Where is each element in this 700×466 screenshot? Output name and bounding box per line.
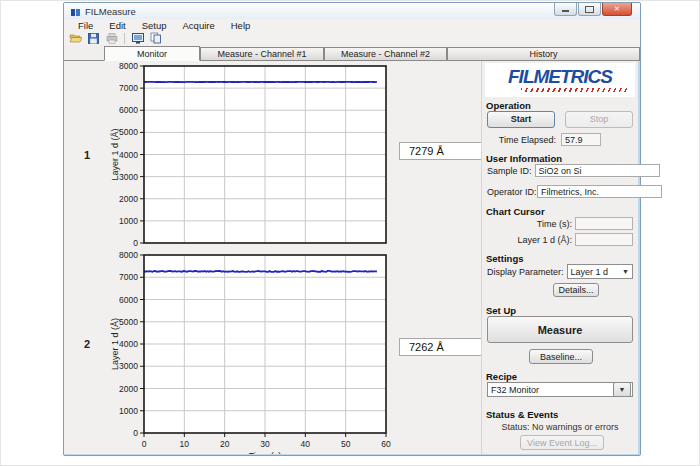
chart-cursor-section-title: Chart Cursor xyxy=(486,206,545,217)
filmetrics-logo-text: FILMETRICS xyxy=(485,66,635,88)
snapshot-button[interactable] xyxy=(130,32,145,45)
svg-text:5000: 5000 xyxy=(119,127,138,137)
tab-history[interactable]: History xyxy=(447,47,640,60)
print-button[interactable] xyxy=(104,32,119,45)
svg-text:0: 0 xyxy=(142,439,147,449)
toolbar xyxy=(64,31,640,45)
window-controls: ✕ xyxy=(554,3,632,16)
svg-text:Layer 1 d (Å): Layer 1 d (Å) xyxy=(110,318,120,370)
time-elapsed-label: Time Elapsed: xyxy=(487,135,558,145)
svg-text:30: 30 xyxy=(260,439,270,449)
svg-text:8000: 8000 xyxy=(119,251,138,260)
recipe-dropdown[interactable]: F32 Monitor ▼ xyxy=(487,382,633,397)
minimize-icon xyxy=(562,10,569,12)
svg-text:6000: 6000 xyxy=(119,295,138,305)
snapshot-icon xyxy=(132,33,144,44)
svg-text:4000: 4000 xyxy=(119,339,138,349)
title-bar[interactable]: FILMeasure ✕ xyxy=(64,3,640,19)
filmeasure-window: FILMeasure ✕ File Edit Setup Acquire Hel… xyxy=(63,2,641,456)
chart-panel: 010002000300040005000600070008000Layer 1… xyxy=(64,61,481,454)
svg-text:50: 50 xyxy=(341,439,351,449)
svg-text:40: 40 xyxy=(301,439,311,449)
svg-text:1000: 1000 xyxy=(119,406,138,416)
user-information-section-title: User Information xyxy=(486,153,562,164)
chevron-down-icon: ▼ xyxy=(619,386,626,393)
close-icon: ✕ xyxy=(614,5,620,13)
setup-section-title: Set Up xyxy=(486,305,516,316)
open-folder-icon xyxy=(69,33,82,44)
svg-text:5000: 5000 xyxy=(119,317,138,327)
recipe-dropdown-button[interactable]: ▼ xyxy=(613,382,631,397)
status-message: Status: No warnings or errors xyxy=(482,422,638,432)
menu-file[interactable]: File xyxy=(70,20,101,31)
recipe-section-title: Recipe xyxy=(486,371,517,382)
tab-measure-channel-1[interactable]: Measure - Channel #1 xyxy=(200,47,324,60)
filmetrics-logo-hatch xyxy=(521,88,629,92)
toolbar-separator xyxy=(124,33,125,44)
svg-text:7000: 7000 xyxy=(119,272,138,282)
save-button[interactable] xyxy=(86,32,101,45)
svg-text:0: 0 xyxy=(133,428,138,438)
svg-text:20: 20 xyxy=(220,439,230,449)
operator-id-label: Operator ID: xyxy=(487,187,534,197)
cursor-time-label: Time (s): xyxy=(487,219,572,229)
start-button[interactable]: Start xyxy=(487,111,555,128)
svg-text:2000: 2000 xyxy=(119,194,138,204)
display-parameter-dropdown[interactable]: Layer 1 d ▼ xyxy=(567,264,633,279)
svg-text:1000: 1000 xyxy=(119,216,138,226)
stop-button[interactable]: Stop xyxy=(565,111,633,128)
copy-icon xyxy=(150,32,162,44)
copy-button[interactable] xyxy=(148,32,163,45)
settings-section-title: Settings xyxy=(486,253,523,264)
cursor-layer-field xyxy=(575,233,633,246)
svg-text:2: 2 xyxy=(84,338,90,350)
save-icon xyxy=(88,33,99,44)
filmetrics-logo: FILMETRICS xyxy=(485,63,635,97)
svg-text:2000: 2000 xyxy=(119,384,138,394)
status-section-title: Status & Events xyxy=(486,409,558,420)
svg-text:Layer 1 d (Å): Layer 1 d (Å) xyxy=(110,128,120,180)
menu-edit[interactable]: Edit xyxy=(101,20,133,31)
monitor-content: 010002000300040005000600070008000Layer 1… xyxy=(64,61,640,454)
svg-text:0: 0 xyxy=(133,238,138,248)
minimize-button[interactable] xyxy=(554,3,577,16)
svg-text:60: 60 xyxy=(381,439,391,449)
thickness-readout-channel-1: 7279 Å xyxy=(399,142,488,160)
window-title: FILMeasure xyxy=(85,6,136,17)
cursor-time-field xyxy=(575,217,633,230)
close-button[interactable]: ✕ xyxy=(602,3,632,16)
open-file-button[interactable] xyxy=(68,32,83,45)
print-icon xyxy=(106,33,118,44)
menu-setup[interactable]: Setup xyxy=(134,20,175,31)
tab-monitor[interactable]: Monitor xyxy=(104,46,200,61)
display-parameter-label: Display Parameter: xyxy=(487,267,564,277)
svg-text:8000: 8000 xyxy=(119,61,138,71)
measure-button[interactable]: Measure xyxy=(487,316,633,343)
svg-text:6000: 6000 xyxy=(119,105,138,115)
svg-text:1: 1 xyxy=(84,149,90,161)
cursor-layer-label: Layer 1 d (Å): xyxy=(487,235,572,245)
sidebar: FILMETRICS Operation Start Stop Time Ela… xyxy=(481,61,638,454)
maximize-icon xyxy=(585,6,594,13)
svg-text:Time (s): Time (s) xyxy=(249,451,282,454)
tab-measure-channel-2[interactable]: Measure - Channel #2 xyxy=(324,47,447,60)
sample-id-input[interactable] xyxy=(535,164,660,177)
menu-acquire[interactable]: Acquire xyxy=(175,20,223,31)
chevron-down-icon: ▼ xyxy=(619,268,632,275)
menu-bar: File Edit Setup Acquire Help xyxy=(64,19,640,31)
svg-text:4000: 4000 xyxy=(119,150,138,160)
operator-id-input[interactable] xyxy=(537,185,662,198)
sample-id-label: Sample ID: xyxy=(487,166,532,176)
tab-strip: Monitor Measure - Channel #1 Measure - C… xyxy=(64,45,640,61)
svg-text:10: 10 xyxy=(180,439,190,449)
svg-text:3000: 3000 xyxy=(119,172,138,182)
svg-text:7000: 7000 xyxy=(119,83,138,93)
menu-help[interactable]: Help xyxy=(223,20,259,31)
details-button[interactable]: Details... xyxy=(553,283,599,297)
time-elapsed-field: 57.9 xyxy=(561,133,601,146)
app-icon xyxy=(71,8,81,17)
view-event-log-button[interactable]: View Event Log... xyxy=(520,435,604,450)
baseline-button[interactable]: Baseline... xyxy=(529,349,593,364)
thickness-readout-channel-2: 7262 Å xyxy=(399,338,488,356)
maximize-button[interactable] xyxy=(578,3,601,16)
